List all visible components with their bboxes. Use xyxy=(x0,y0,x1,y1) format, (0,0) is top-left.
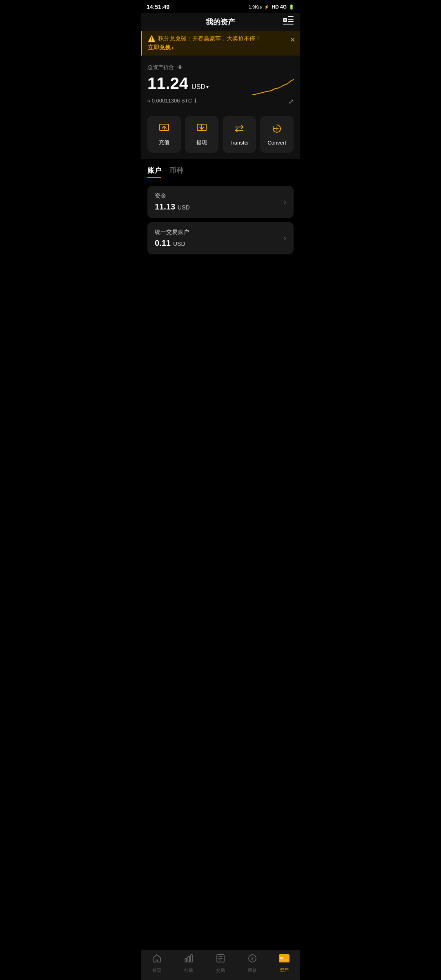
deposit-icon xyxy=(159,122,169,136)
bluetooth-icon: ⚡ xyxy=(264,4,270,10)
info-icon[interactable]: ℹ xyxy=(194,98,196,104)
promo-banner: ⚠️ 积分兑兑碰：开春赢豪车，大奖抢不停！ 立即兑换 › ✕ xyxy=(141,31,300,56)
asset-amount: 11.24 xyxy=(147,74,188,93)
trading-balance-unit: USD xyxy=(173,241,185,247)
status-bar: 14:51:49 1.9K/s ⚡ HD 4G 🔋 xyxy=(141,0,300,13)
transfer-button[interactable]: Transfer xyxy=(223,116,256,153)
asset-label-text: 总资产折合 xyxy=(147,64,174,71)
banner-close-button[interactable]: ✕ xyxy=(290,36,295,44)
banner-text: ⚠️ 积分兑兑碰：开春赢豪车，大奖抢不停！ xyxy=(148,35,294,42)
banner-message: 积分兑兑碰：开春赢豪车，大奖抢不停！ xyxy=(158,35,261,42)
action-buttons-row: 充值 提现 Transfer xyxy=(141,108,300,159)
convert-label: Convert xyxy=(267,140,286,146)
withdraw-icon xyxy=(196,122,207,136)
trading-account-name: 统一交易账户 xyxy=(155,229,189,236)
btc-equiv-text: ≈ 0.00011306 BTC xyxy=(147,98,192,104)
profile-scan-button[interactable] xyxy=(283,16,294,28)
currency-label: USD xyxy=(192,83,205,91)
status-right: 1.9K/s ⚡ HD 4G 🔋 xyxy=(249,4,294,10)
deposit-label: 充值 xyxy=(159,139,169,146)
transfer-icon xyxy=(234,123,245,136)
fund-account-balance: 11.13 USD xyxy=(155,202,190,212)
transfer-label: Transfer xyxy=(229,140,249,146)
banner-link-button[interactable]: 立即兑换 › xyxy=(148,44,294,51)
asset-section: 总资产折合 👁 11.24 USD ▾ ≈ 0.00011306 BTC ℹ ⤢ xyxy=(141,56,300,108)
accounts-section: 资金 11.13 USD › 统一交易账户 0.11 USD › xyxy=(141,181,300,259)
tab-currency[interactable]: 币种 xyxy=(169,166,183,178)
fund-card-arrow-icon: › xyxy=(284,198,286,206)
dropdown-arrow-icon: ▾ xyxy=(206,84,209,90)
trading-account-info: 统一交易账户 0.11 USD xyxy=(155,229,189,248)
withdraw-button[interactable]: 提现 xyxy=(185,116,218,153)
banner-link-text: 立即兑换 xyxy=(148,44,171,51)
convert-icon xyxy=(272,123,282,136)
expand-icon[interactable]: ⤢ xyxy=(288,98,294,112)
asset-btc-equiv: ≈ 0.00011306 BTC ℹ ⤢ xyxy=(147,98,294,104)
tab-account[interactable]: 账户 xyxy=(147,166,161,178)
network-speed: 1.9K/s xyxy=(249,4,262,9)
chevron-right-icon: › xyxy=(172,45,174,51)
status-time: 14:51:49 xyxy=(147,4,169,10)
trading-balance-amount: 0.11 xyxy=(155,238,171,248)
fund-balance-unit: USD xyxy=(178,204,190,211)
trading-account-card[interactable]: 统一交易账户 0.11 USD › xyxy=(147,222,294,254)
fund-balance-amount: 11.13 xyxy=(155,202,175,212)
battery-icon: 🔋 xyxy=(289,4,294,10)
top-nav: 我的资产 xyxy=(141,13,300,31)
trading-card-arrow-icon: › xyxy=(284,234,286,243)
asset-label: 总资产折合 👁 xyxy=(147,64,294,71)
deposit-button[interactable]: 充值 xyxy=(147,116,181,153)
svg-point-1 xyxy=(284,19,286,21)
convert-button[interactable]: Convert xyxy=(260,116,294,153)
trading-account-balance: 0.11 USD xyxy=(155,238,189,248)
page-title: 我的资产 xyxy=(206,17,235,27)
tabs-section: 账户 币种 xyxy=(141,159,300,181)
tabs-row: 账户 币种 xyxy=(147,166,294,178)
asset-main-row: 11.24 USD ▾ xyxy=(147,74,294,93)
asset-currency-selector[interactable]: USD ▾ xyxy=(192,83,209,91)
withdraw-label: 提现 xyxy=(196,139,207,146)
wifi-icon: HD 4G xyxy=(272,4,287,10)
fund-account-name: 资金 xyxy=(155,192,190,200)
asset-chart xyxy=(253,76,294,97)
warning-icon: ⚠️ xyxy=(148,35,156,42)
eye-icon[interactable]: 👁 xyxy=(177,64,183,71)
fund-account-info: 资金 11.13 USD xyxy=(155,192,190,212)
fund-account-card[interactable]: 资金 11.13 USD › xyxy=(147,186,294,218)
